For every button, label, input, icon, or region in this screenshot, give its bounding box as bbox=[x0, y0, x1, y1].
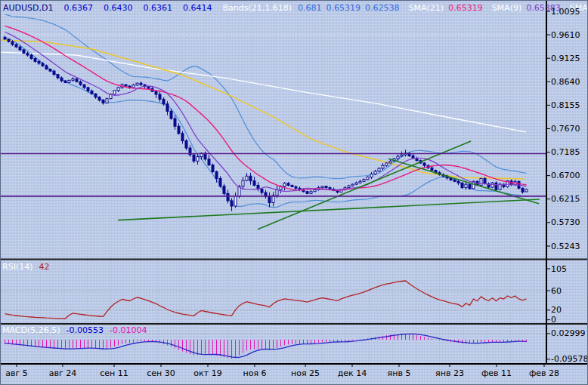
macd-panel-header: MACD(5,26,5) -0.00553 -0.01004 bbox=[2, 326, 153, 335]
date-axis-label: окт 19 bbox=[193, 369, 221, 378]
price-axis-label: 0.8640 bbox=[551, 78, 580, 86]
date-axis-label: ноя 25 bbox=[291, 369, 320, 378]
macd-main-value: -0.00553 bbox=[67, 326, 104, 335]
date-axis-label: янв 23 bbox=[435, 369, 464, 378]
bands-upper-value: 0.681 bbox=[298, 3, 322, 13]
date-axis-label: фев 28 bbox=[529, 369, 559, 378]
quote-open: 0.6367 bbox=[64, 3, 94, 13]
price-axis-label: 0.7185 bbox=[551, 148, 580, 156]
price-axis-label: 0.9610 bbox=[551, 31, 580, 39]
date-axis-label: авг 5 bbox=[5, 369, 28, 378]
sma9-indicator-label: SMA(9) bbox=[492, 3, 522, 13]
date-axis-label: сен 30 bbox=[147, 369, 175, 378]
price-axis-label: 0.6700 bbox=[551, 171, 580, 180]
macd-axis-label: 0.02999 bbox=[551, 329, 586, 337]
rsi-panel-header: RSI(14) 42 bbox=[2, 263, 55, 272]
macd-indicator-label: MACD(5,26,5) bbox=[2, 326, 60, 335]
bands-indicator-label: Bands(21,1.618) bbox=[223, 3, 292, 13]
date-axis-label: фев 11 bbox=[481, 369, 512, 378]
price-axis-label: 0.5730 bbox=[551, 218, 580, 226]
rsi-axis-label: 60 bbox=[551, 287, 562, 295]
trading-chart-window: AUDUSD,D1 0.6367 0.6430 0.6361 0.6414 Ba… bbox=[0, 0, 588, 385]
rsi-axis-label: 0 bbox=[551, 316, 556, 324]
bands-lower-value: 0.62538 bbox=[365, 3, 400, 13]
price-axis-label: 1.0095 bbox=[551, 8, 580, 16]
price-axis-label: 0.5243 bbox=[551, 242, 580, 251]
price-axis-label: 0.8155 bbox=[551, 101, 580, 109]
price-axis-label: 0.6215 bbox=[551, 195, 580, 203]
rsi-axis-label: 105 bbox=[551, 265, 567, 273]
date-axis-label: ноя 6 bbox=[243, 369, 266, 378]
symbol-timeframe-label: AUDUSD,D1 bbox=[3, 3, 54, 13]
price-axis-label: 0.9125 bbox=[551, 54, 580, 63]
bands-middle-value: 0.65319 bbox=[326, 3, 361, 13]
quote-high: 0.6430 bbox=[104, 3, 133, 13]
sma21-value: 0.65319 bbox=[448, 3, 483, 13]
date-axis-label: янв 5 bbox=[388, 369, 411, 378]
price-axis-label: 0.7670 bbox=[551, 125, 580, 133]
rsi-current-value: 42 bbox=[39, 263, 49, 272]
date-axis-label: сен 11 bbox=[100, 369, 128, 378]
quote-close: 0.6414 bbox=[183, 3, 212, 13]
rsi-axis-label: 20 bbox=[551, 306, 562, 314]
quote-bar: AUDUSD,D1 0.6367 0.6430 0.6361 0.6414 Ba… bbox=[3, 2, 588, 13]
date-axis-label: авг 24 bbox=[49, 369, 77, 378]
macd-signal-value: -0.01004 bbox=[110, 326, 147, 335]
sma21-indicator-label: SMA(21) bbox=[409, 3, 444, 13]
macd-axis-label: -0.09578 bbox=[551, 355, 588, 363]
date-axis-label: дек 14 bbox=[338, 369, 367, 378]
quote-low: 0.6361 bbox=[144, 3, 173, 13]
rsi-indicator-label: RSI(14) bbox=[2, 263, 32, 272]
